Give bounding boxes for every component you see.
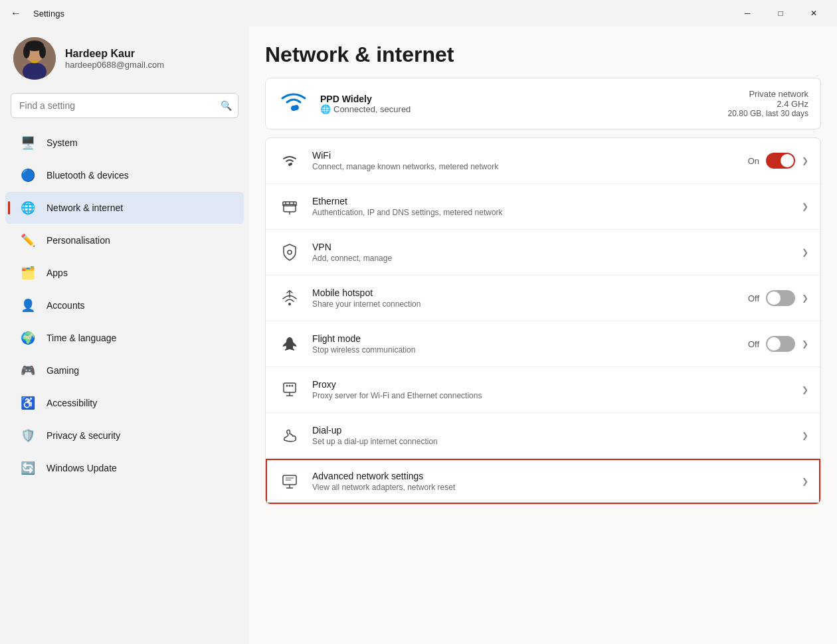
settings-item-vpn[interactable]: VPN Add, connect, manage ❯	[266, 230, 820, 276]
svg-point-6	[31, 60, 39, 63]
connected-info: PPD Widely 🌐 Connected, secured	[320, 94, 411, 114]
data-usage: 20.80 GB, last 30 days	[728, 109, 808, 118]
ethernet-info: Ethernet Authentication, IP and DNS sett…	[312, 196, 791, 217]
maximize-button[interactable]: □	[765, 3, 796, 24]
network-icon: 🌐	[19, 199, 37, 217]
vpn-desc: Add, connect, manage	[312, 254, 791, 263]
svg-rect-20	[284, 383, 296, 392]
proxy-desc: Proxy server for Wi-Fi and Ethernet conn…	[312, 391, 791, 400]
settings-item-ethernet[interactable]: Ethernet Authentication, IP and DNS sett…	[266, 184, 820, 230]
ethernet-right: ❯	[802, 202, 808, 211]
mobile-hotspot-icon	[278, 286, 302, 310]
sidebar-item-network[interactable]: 🌐 Network & internet	[5, 192, 244, 224]
user-info: Hardeep Kaur hardeep0688@gmail.com	[65, 48, 164, 70]
accounts-icon: 👤	[19, 296, 37, 315]
dial-up-right: ❯	[802, 431, 808, 440]
wifi-info: WiFi Connect, manage known networks, met…	[312, 150, 737, 171]
svg-point-8	[288, 163, 291, 166]
chevron-mobile-hotspot: ❯	[802, 293, 808, 303]
titlebar-title: Settings	[33, 9, 64, 19]
user-email: hardeep0688@gmail.com	[65, 60, 164, 70]
toggle-label-mobile-hotspot: Off	[748, 293, 759, 303]
toggle-mobile-hotspot[interactable]	[766, 290, 795, 306]
bluetooth-icon: 🔵	[19, 166, 37, 185]
sidebar-label-network: Network & internet	[46, 202, 123, 213]
mobile-hotspot-info: Mobile hotspot Share your internet conne…	[312, 287, 737, 309]
flight-mode-info: Flight mode Stop wireless communication	[312, 333, 737, 355]
connected-banner[interactable]: PPD Widely 🌐 Connected, secured Private …	[265, 78, 821, 129]
settings-item-flight-mode[interactable]: Flight mode Stop wireless communication …	[266, 321, 820, 367]
wifi-icon	[278, 149, 302, 173]
connected-status: 🌐 Connected, secured	[320, 104, 411, 114]
proxy-info: Proxy Proxy server for Wi-Fi and Etherne…	[312, 379, 791, 400]
sidebar-label-update: Windows Update	[46, 463, 117, 473]
settings-item-dial-up[interactable]: Dial-up Set up a dial-up internet connec…	[266, 413, 820, 459]
wifi-title: WiFi	[312, 150, 737, 161]
privacy-icon: 🛡️	[19, 426, 37, 445]
wifi-desc: Connect, manage known networks, metered …	[312, 162, 737, 171]
sidebar-item-time[interactable]: 🌍 Time & language	[5, 322, 244, 354]
sidebar-label-time: Time & language	[46, 333, 116, 343]
chevron-wifi: ❯	[802, 156, 808, 165]
globe-icon: 🌐	[320, 104, 331, 114]
sidebar-item-bluetooth[interactable]: 🔵 Bluetooth & devices	[5, 159, 244, 191]
settings-item-advanced[interactable]: Advanced network settings View all netwo…	[266, 459, 820, 504]
svg-point-5	[39, 45, 46, 58]
wifi-large-icon	[278, 88, 310, 120]
advanced-info: Advanced network settings View all netwo…	[312, 471, 791, 492]
toggle-flight-mode[interactable]	[766, 336, 795, 352]
sidebar-item-system[interactable]: 🖥️ System	[5, 127, 244, 159]
vpn-right: ❯	[802, 248, 808, 257]
flight-mode-icon	[278, 332, 302, 356]
chevron-vpn: ❯	[802, 248, 808, 257]
flight-mode-title: Flight mode	[312, 333, 737, 344]
time-icon: 🌍	[19, 329, 37, 347]
toggle-wifi[interactable]	[766, 153, 795, 169]
network-type: Private network	[728, 89, 808, 99]
sidebar-item-apps[interactable]: 🗂️ Apps	[5, 257, 244, 289]
ethernet-title: Ethernet	[312, 196, 791, 206]
search-input[interactable]	[11, 93, 238, 118]
personalise-icon: ✏️	[19, 231, 37, 250]
page-title: Network & internet	[265, 27, 821, 78]
connected-right: Private network 2.4 GHz 20.80 GB, last 3…	[728, 89, 808, 118]
user-name: Hardeep Kaur	[65, 48, 164, 60]
sidebar-item-update[interactable]: 🔄 Windows Update	[5, 452, 244, 484]
chevron-ethernet: ❯	[802, 202, 808, 211]
settings-item-wifi[interactable]: WiFi Connect, manage known networks, met…	[266, 138, 820, 184]
system-icon: 🖥️	[19, 133, 37, 152]
sidebar-item-accounts[interactable]: 👤 Accounts	[5, 289, 244, 321]
avatar	[13, 37, 56, 80]
minimize-button[interactable]: ─	[732, 3, 763, 24]
advanced-title: Advanced network settings	[312, 471, 791, 481]
ethernet-desc: Authentication, IP and DNS settings, met…	[312, 208, 791, 217]
svg-point-25	[292, 385, 294, 387]
sidebar-label-accessibility: Accessibility	[46, 398, 97, 408]
sidebar-nav: 🖥️ System 🔵 Bluetooth & devices 🌐 Networ…	[0, 126, 249, 485]
close-button[interactable]: ✕	[798, 3, 829, 24]
back-button[interactable]: ←	[5, 5, 27, 22]
svg-point-16	[288, 303, 291, 305]
app-body: Hardeep Kaur hardeep0688@gmail.com 🔍 🖥️ …	[0, 27, 837, 644]
toggle-label-flight-mode: Off	[748, 339, 759, 349]
user-profile[interactable]: Hardeep Kaur hardeep0688@gmail.com	[0, 27, 249, 93]
mobile-hotspot-right: Off ❯	[748, 290, 808, 306]
dial-up-title: Dial-up	[312, 425, 791, 436]
vpn-info: VPN Add, connect, manage	[312, 242, 791, 263]
vpn-icon	[278, 240, 302, 264]
sidebar-item-privacy[interactable]: 🛡️ Privacy & security	[5, 420, 244, 451]
settings-item-mobile-hotspot[interactable]: Mobile hotspot Share your internet conne…	[266, 276, 820, 321]
connected-ssid: PPD Widely	[320, 94, 411, 104]
sidebar-item-personalise[interactable]: ✏️ Personalisation	[5, 224, 244, 256]
window-controls: ─ □ ✕	[732, 3, 829, 24]
dial-up-icon	[278, 424, 302, 447]
settings-item-proxy[interactable]: Proxy Proxy server for Wi-Fi and Etherne…	[266, 367, 820, 413]
advanced-icon	[278, 469, 302, 493]
sidebar-item-accessibility[interactable]: ♿ Accessibility	[5, 387, 244, 419]
sidebar-label-system: System	[46, 137, 78, 148]
sidebar-label-personalise: Personalisation	[46, 235, 110, 246]
svg-point-7	[291, 106, 296, 111]
svg-point-15	[288, 250, 292, 254]
toggle-label-wifi: On	[748, 156, 759, 166]
sidebar-item-gaming[interactable]: 🎮 Gaming	[5, 355, 244, 386]
